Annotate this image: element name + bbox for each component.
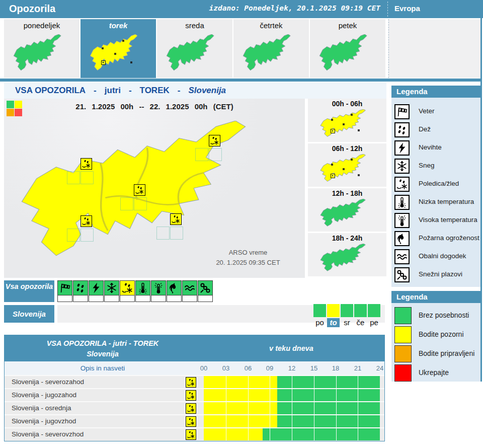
- hour-gridline: [336, 389, 337, 401]
- hour-gridline: [248, 389, 249, 401]
- corner-swatch-yellow: [15, 101, 22, 108]
- filter-snezni-plazovi[interactable]: [198, 280, 213, 302]
- warnings-table: VSA OPOZORILA - jutri - TOREK Slovenija …: [4, 335, 385, 441]
- hour-gridline: [314, 389, 314, 401]
- day-tab-label: četrtek: [233, 21, 309, 30]
- nizka-temperatura-icon: [136, 281, 150, 295]
- hour-gridline: [314, 428, 314, 440]
- map-date-range: 21. 1.2025 00h -- 22. 1.2025 00h (CET): [4, 102, 305, 111]
- nevihte-icon: [89, 281, 103, 295]
- day-select-to[interactable]: to: [327, 304, 340, 327]
- warning-segment-green: [277, 376, 380, 388]
- day-tab-cetrtek[interactable]: četrtek: [233, 19, 309, 78]
- filter-veter[interactable]: [57, 280, 72, 302]
- dez-icon: [394, 122, 410, 137]
- table-row-severovzhod[interactable]: Slovenija - severovzhod: [5, 427, 384, 440]
- hour-label: 12: [286, 364, 298, 372]
- warning-segment-yellow: [204, 402, 277, 414]
- slovenia-button[interactable]: Slovenija: [4, 305, 54, 323]
- hour-gridline: [248, 428, 249, 440]
- day-tab-label: sreda: [157, 21, 232, 30]
- day-tab-petek[interactable]: petek: [310, 19, 385, 78]
- filter-sneg[interactable]: [104, 280, 119, 302]
- warning-map: 21. 1.2025 00h -- 22. 1.2025 00h (CET) A…: [4, 99, 305, 278]
- day-tab-sreda[interactable]: sreda: [157, 19, 232, 78]
- corner-swatch-green: [7, 101, 14, 108]
- hour-gridline: [292, 402, 292, 414]
- filter-poledica[interactable]: [120, 280, 135, 302]
- slovenia-minimap: [164, 34, 226, 76]
- day-tab-torek[interactable]: torek: [80, 19, 156, 78]
- yellow-swatch: [394, 326, 412, 343]
- warning-ghost-cell: [67, 229, 80, 242]
- day-select-ce[interactable]: če: [354, 304, 367, 327]
- filter-nizka-temperatura[interactable]: [135, 280, 150, 302]
- warning-timeline: [204, 415, 380, 427]
- day-select-sr[interactable]: sr: [341, 304, 353, 327]
- title-day: TOREK: [140, 86, 170, 95]
- warning-ghost-cell: [120, 197, 133, 210]
- table-title: VSA OPOZORILA - jutri - TOREK: [5, 339, 201, 347]
- warning-timeline: [204, 389, 380, 401]
- header-divider: [387, 2, 388, 17]
- sneg-icon: [394, 159, 410, 174]
- hour-gridline: [358, 402, 358, 414]
- hour-gridline: [358, 389, 358, 401]
- day-level-square: [368, 304, 380, 317]
- hour-gridline: [270, 402, 270, 414]
- corner-swatch-orange: [7, 109, 14, 116]
- hour-gridline: [358, 428, 358, 440]
- day-select-pe[interactable]: pe: [368, 304, 380, 327]
- hour-gridline: [292, 415, 292, 427]
- veter-icon: [394, 104, 410, 119]
- table-row-jugovzhod[interactable]: Slovenija - jugovzhod: [5, 414, 384, 427]
- table-row-severozahod[interactable]: Slovenija - severozahod: [5, 375, 384, 388]
- warning-ghost-cell: [80, 171, 94, 184]
- map-attribution: ARSO vreme 20. 1.2025 09:35 CET: [195, 248, 301, 268]
- europe-link[interactable]: Evropa: [394, 4, 420, 13]
- title-region: Slovenija: [188, 86, 226, 95]
- filter-dez[interactable]: [73, 280, 88, 302]
- hour-gridline: [314, 415, 314, 427]
- filter-nevihte[interactable]: [89, 280, 104, 302]
- pozarna-ogrozenost-icon: [394, 231, 410, 246]
- filter-obalni-dogodek[interactable]: [182, 280, 197, 302]
- sneg-icon: [105, 281, 119, 295]
- day-tab-ponedeljek[interactable]: ponedeljek: [4, 19, 79, 78]
- hour-gridline: [270, 428, 270, 440]
- warning-segment-green: [263, 428, 380, 440]
- period-06-12: 06h - 12h: [308, 143, 386, 187]
- red-swatch: [394, 364, 412, 382]
- hour-gridline: [292, 428, 292, 440]
- hour-gridline: [226, 402, 226, 414]
- poledica-icon: [186, 416, 196, 427]
- slovenia-minimap: [317, 199, 377, 230]
- pozarna-ogrozenost-icon: [167, 281, 181, 295]
- hour-gridline: [314, 402, 314, 414]
- slovenia-minimap: [316, 34, 379, 76]
- filter-visoka-temperatura[interactable]: [151, 280, 166, 302]
- hour-gridline: [336, 402, 337, 414]
- hour-label: 03: [220, 364, 232, 372]
- title-main: VSA OPOZORILA: [15, 86, 86, 95]
- slovenia-minimap: [11, 34, 73, 76]
- table-row-osrednja[interactable]: Slovenija - osrednja: [5, 401, 384, 414]
- poledica-icon: [186, 377, 196, 388]
- hour-gridline: [226, 415, 226, 427]
- issued-timestamp: izdano: Ponedeljek, 20.1.2025 09:19 CET: [209, 4, 380, 12]
- all-warnings-button[interactable]: Vsa opozorila: [4, 280, 54, 302]
- poledica-icon: [186, 390, 196, 401]
- poledica-icon: [134, 184, 145, 196]
- warning-segment-yellow: [204, 428, 263, 440]
- time-period-maps: 00h - 06h 06h - 12h 12h - 18h 18h - 24h: [308, 99, 386, 278]
- right-border: [480, 0, 482, 382]
- day-tab-label: torek: [80, 21, 156, 30]
- warning-ghost-cell: [156, 227, 170, 240]
- hour-gridline: [270, 389, 270, 401]
- hour-gridline: [248, 402, 249, 414]
- filter-pozarna-ogrozenost[interactable]: [167, 280, 182, 302]
- green-swatch: [394, 307, 412, 324]
- period-00-06: 00h - 06h: [308, 99, 386, 142]
- table-row-jugozahod[interactable]: Slovenija - jugozahod: [5, 388, 384, 401]
- day-select-po[interactable]: po: [313, 304, 326, 327]
